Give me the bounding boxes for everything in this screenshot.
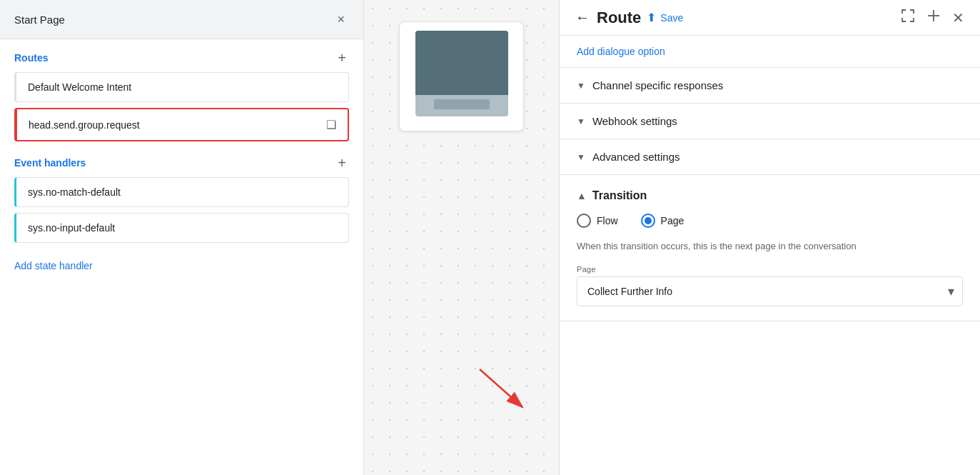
radio-flow[interactable]: Flow: [577, 214, 618, 228]
transition-description: When this transition occurs, this is the…: [577, 239, 963, 254]
flow-radio-label: Flow: [597, 215, 618, 226]
left-panel-header: Start Page ×: [0, 0, 363, 39]
transition-chevron-icon: ▲: [577, 190, 587, 201]
save-upload-icon: ⬆: [647, 11, 656, 24]
route-item-label: Default Welcome Intent: [28, 81, 131, 93]
canvas-card-inner: [415, 31, 508, 116]
radio-page[interactable]: Page: [641, 214, 685, 228]
right-panel-header: ← Route ⬆ Save ✕: [560, 0, 980, 36]
expand-button[interactable]: [925, 7, 942, 28]
fullscreen-button[interactable]: [899, 7, 916, 28]
routes-section-title: Routes: [14, 52, 48, 64]
right-panel: ← Route ⬆ Save ✕: [559, 0, 980, 475]
left-panel: Start Page × Routes + Default Welcome In…: [0, 0, 364, 475]
page-radio-label: Page: [661, 215, 685, 226]
page-select[interactable]: Collect Further Info: [577, 276, 963, 306]
right-panel-title: Route: [597, 9, 641, 27]
channel-specific-responses-section: ▼ Channel specific responses: [560, 68, 980, 104]
advanced-title: Advanced settings: [592, 151, 680, 163]
back-button[interactable]: ←: [574, 8, 591, 27]
event-item-no-match-label: sys.no-match-default: [28, 186, 121, 198]
page-select-wrapper: Collect Further Info ▾: [577, 276, 963, 306]
page-radio-circle: [641, 214, 655, 228]
transition-section: ▲ Transition Flow Page When this transit…: [560, 175, 980, 321]
save-label: Save: [660, 12, 683, 24]
transition-title-label: Transition: [592, 189, 647, 202]
advanced-header[interactable]: ▼ Advanced settings: [577, 151, 963, 163]
webhook-settings-section: ▼ Webhook settings: [560, 104, 980, 139]
event-handlers-section-header: Event handlers +: [14, 156, 349, 170]
event-handlers-section: Event handlers + sys.no-match-default sy…: [14, 156, 349, 243]
add-dialogue-option-link[interactable]: Add dialogue option: [577, 46, 665, 57]
add-dialogue-option-section: Add dialogue option: [560, 36, 980, 68]
canvas-card-bottom: [434, 99, 490, 109]
channel-specific-header[interactable]: ▼ Channel specific responses: [577, 79, 963, 91]
advanced-chevron-icon: ▼: [577, 152, 585, 162]
event-item-no-match[interactable]: sys.no-match-default: [14, 177, 349, 207]
header-right: ✕: [899, 7, 966, 28]
event-item-no-input-label: sys.no-input-default: [28, 222, 115, 234]
close-right-panel-button[interactable]: ✕: [951, 8, 966, 28]
canvas-card: [399, 21, 524, 131]
routes-section-header: Routes +: [14, 51, 349, 65]
advanced-settings-section: ▼ Advanced settings: [560, 139, 980, 175]
page-radio-inner: [645, 217, 652, 224]
route-item[interactable]: Default Welcome Intent: [14, 72, 349, 102]
webhook-chevron-icon: ▼: [577, 116, 585, 126]
add-event-handler-button[interactable]: +: [335, 156, 349, 170]
file-copy-icon: ❏: [326, 118, 336, 131]
flow-radio-circle: [577, 214, 591, 228]
channel-chevron-icon: ▼: [577, 81, 585, 91]
transition-title-container: ▲ Transition: [577, 189, 963, 202]
add-route-button[interactable]: +: [335, 51, 349, 65]
event-item-no-input[interactable]: sys.no-input-default: [14, 213, 349, 243]
transition-radio-group: Flow Page: [577, 214, 963, 228]
webhook-title: Webhook settings: [592, 115, 677, 127]
webhook-header[interactable]: ▼ Webhook settings: [577, 115, 963, 127]
add-state-handler-link[interactable]: Add state handler: [14, 260, 93, 271]
canvas-card-top: [415, 31, 508, 95]
right-panel-body: Add dialogue option ▼ Channel specific r…: [560, 36, 980, 475]
save-button[interactable]: ⬆ Save: [647, 11, 683, 24]
route-item-selected-label: head.send.group.request: [29, 119, 140, 131]
route-item-selected[interactable]: head.send.group.request ❏: [14, 108, 349, 141]
center-canvas: [364, 0, 559, 475]
page-field-label: Page: [577, 265, 963, 274]
event-handlers-title: Event handlers: [14, 157, 86, 169]
panel-title: Start Page: [14, 14, 65, 26]
header-left: ← Route ⬆ Save: [574, 8, 683, 27]
canvas-arrow: [476, 366, 533, 418]
close-panel-button[interactable]: ×: [333, 11, 349, 27]
svg-line-1: [480, 369, 522, 407]
channel-specific-title: Channel specific responses: [592, 79, 723, 91]
left-panel-content: Routes + Default Welcome Intent head.sen…: [0, 39, 363, 475]
